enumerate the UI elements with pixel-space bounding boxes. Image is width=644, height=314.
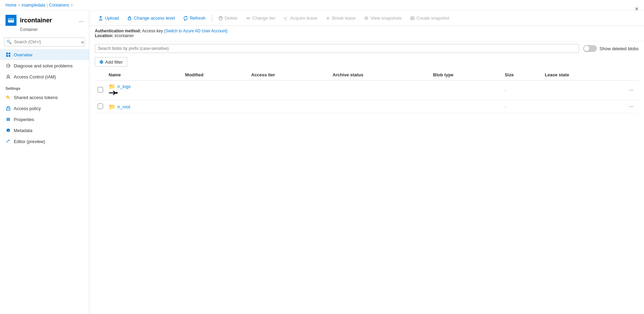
svg-text:i: i [8,129,9,132]
sidebar: ircontainer ... Container 🔍 « Overview [0,11,89,314]
cell-blob-type-0 [430,80,502,100]
show-deleted-label: Show deleted blobs [600,46,639,51]
row-more-button-0[interactable]: ··· [628,86,635,94]
break-lease-icon [325,16,330,21]
break-lease-button[interactable]: Break lease [322,13,359,23]
breadcrumb-home[interactable]: Home [5,3,16,8]
create-snapshot-button[interactable]: Create snapshot [407,13,453,23]
metadata-label: Metadata [14,128,32,133]
col-blob-type: Blob type [430,69,502,80]
cell-modified-1 [182,100,248,113]
editor-icon [5,139,11,144]
overview-label: Overview [14,52,32,57]
svg-point-8 [7,75,9,77]
breadcrumb-containers[interactable]: Containers [49,3,69,8]
properties-icon [5,117,11,122]
sidebar-item-iam[interactable]: Access Control (IAM) [0,71,89,82]
create-snapshot-icon [410,16,415,21]
breadcrumb-storage[interactable]: irsampledata [22,3,45,8]
table-row: 📁 ir_root - ··· [95,100,639,113]
svg-rect-19 [219,17,222,20]
upload-button[interactable]: Upload [95,13,122,23]
toggle-knob [584,46,589,51]
blob-search-input[interactable] [95,44,579,53]
auth-method-value: Access key [142,29,163,33]
change-access-label: Change access level [134,15,175,21]
sidebar-item-metadata[interactable]: i Metadata [0,125,89,136]
settings-section-header: Settings [0,82,89,92]
folder-name-text-0: ir_logs [118,84,131,89]
col-size: Size [502,69,542,80]
change-tier-button[interactable]: Change tier [242,13,279,23]
iam-label: Access Control (IAM) [14,74,56,79]
show-deleted-toggle-area: Show deleted blobs [583,45,639,52]
svg-point-12 [8,109,9,110]
diagnose-label: Diagnose and solve problems [14,63,73,68]
table-header-row: Name Modified Access tier Archive status… [95,69,639,80]
search-input[interactable] [4,37,85,46]
show-deleted-toggle[interactable] [583,45,597,52]
add-filter-button[interactable]: ⊕ Add filter [95,57,127,67]
sidebar-item-access-policy[interactable]: Access policy [0,103,89,114]
cell-access-tier-1 [248,100,330,113]
refresh-label: Refresh [190,15,206,21]
auth-method-label: Authentication method: [95,29,141,33]
svg-rect-18 [128,18,131,20]
diagnose-icon [5,63,11,68]
folder-icon-0: 📁 [109,83,115,90]
cell-modified-0 [182,80,248,100]
refresh-button[interactable]: Refresh [180,13,209,23]
svg-rect-1 [8,19,14,20]
refresh-icon [183,16,188,21]
col-archive-status: Archive status [330,69,431,80]
svg-rect-13 [7,118,10,119]
change-tier-label: Change tier [252,15,275,21]
col-access-tier: Access tier [248,69,330,80]
svg-rect-15 [7,120,10,121]
blob-table: Name Modified Access tier Archive status… [95,69,639,113]
delete-button[interactable]: Delete [215,13,241,23]
cell-lease-state-1 [542,100,625,113]
container-icon [5,15,16,26]
sidebar-item-editor[interactable]: Editor (preview) [0,136,89,147]
row-checkbox-0[interactable] [98,87,103,93]
cell-lease-state-0 [542,80,625,100]
row-more-button-1[interactable]: ··· [628,103,635,110]
table-row: 📁 ir_logs - ··· [95,80,639,100]
svg-rect-3 [6,53,8,54]
access-policy-icon [5,106,11,111]
change-access-button[interactable]: Change access level [124,13,178,23]
add-filter-label: Add filter [105,59,123,65]
svg-point-10 [7,97,8,97]
sidebar-item-overview[interactable]: Overview [0,49,89,60]
view-snapshots-button[interactable]: View snapshots [360,13,405,23]
delete-label: Delete [225,15,238,21]
upload-icon [98,16,103,21]
sidebar-item-properties[interactable]: Properties [0,114,89,125]
toolbar-sep1 [212,15,212,22]
blob-search-area: Show deleted blobs [89,41,644,56]
overview-icon [5,52,11,57]
close-button[interactable]: × [635,6,639,13]
sidebar-item-shared-access-tokens[interactable]: Shared access tokens [0,92,89,103]
auth-switch-link[interactable]: (Switch to Azure AD User Account) [164,29,227,33]
search-box: 🔍 « [4,37,85,46]
add-filter-plus-icon: ⊕ [99,59,103,65]
row-checkbox-1[interactable] [98,104,103,109]
acquire-lease-button[interactable]: Acquire lease [280,13,321,23]
folder-link-0[interactable]: 📁 ir_logs [109,83,180,90]
lock-icon [127,16,132,21]
folder-link-1[interactable]: 📁 ir_root [109,104,180,110]
collapse-button[interactable]: « [80,38,85,46]
cell-size-0: - [502,80,542,100]
breadcrumb-sep1: > [18,3,20,8]
change-tier-icon [246,16,251,21]
sidebar-subtitle: Container [0,27,89,35]
arrow-indicator [109,90,118,97]
toolbar: Upload Change access level Refresh [89,11,644,26]
breadcrumb: Home > irsampledata | Containers > [0,0,644,11]
sidebar-more[interactable]: ... [79,17,84,23]
break-lease-label: Break lease [332,15,356,21]
sidebar-item-diagnose[interactable]: Diagnose and solve problems [0,60,89,71]
svg-rect-14 [7,119,10,120]
